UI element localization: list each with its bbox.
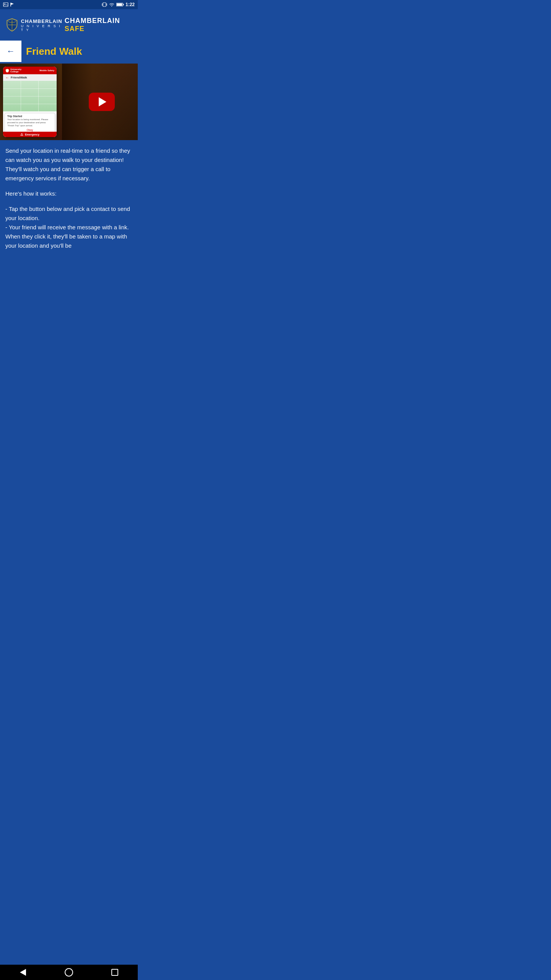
page-title: Friend Walk bbox=[26, 46, 82, 57]
status-bar-right: 1:22 bbox=[102, 2, 135, 7]
back-arrow-icon: ← bbox=[7, 46, 15, 56]
chamberlain-safe-text: CHAMBERLAIN SAFE bbox=[65, 17, 132, 33]
flag-icon bbox=[10, 2, 15, 7]
chamberlain-safe-logo: CHAMBERLAIN SAFE bbox=[65, 17, 132, 33]
safe-highlight: SAFE bbox=[65, 25, 85, 33]
page-header: ← Friend Walk bbox=[0, 39, 138, 64]
phone-mobile-safety: Mobile Safety bbox=[39, 69, 54, 72]
svg-rect-4 bbox=[103, 3, 106, 7]
university-name: CHAMBERLAIN bbox=[21, 18, 65, 24]
phone-emergency: ! Emergency bbox=[3, 132, 57, 137]
map-line bbox=[3, 96, 57, 96]
description-heres: Here's how it works: bbox=[5, 189, 132, 198]
trip-dialog: Trip Started Your location is being moni… bbox=[5, 113, 55, 133]
map-grid bbox=[3, 81, 57, 111]
description-section: Send your location in real-time to a fri… bbox=[0, 140, 138, 263]
svg-text:!: ! bbox=[21, 134, 22, 136]
play-button[interactable] bbox=[89, 93, 115, 111]
phone-emergency-text: Emergency bbox=[25, 133, 39, 136]
back-button[interactable]: ← bbox=[0, 41, 21, 62]
status-bar: 1:22 bbox=[0, 0, 138, 9]
time-display: 1:22 bbox=[126, 2, 135, 7]
map-line bbox=[21, 81, 21, 111]
wifi-icon bbox=[109, 2, 115, 7]
vibrate-icon bbox=[102, 2, 107, 7]
university-logo: CHAMBERLAIN U N I V E R S I T Y bbox=[6, 18, 65, 32]
svg-rect-0 bbox=[3, 3, 8, 7]
university-subtitle: U N I V E R S I T Y bbox=[21, 24, 65, 32]
shield-logo bbox=[6, 18, 18, 32]
trip-dialog-ok-button[interactable]: Okay bbox=[7, 129, 52, 131]
phone-app-header: UniversityCollege Mobile Safety bbox=[3, 67, 57, 74]
map-line bbox=[38, 81, 39, 111]
phone-nav-title: FriendWalk bbox=[11, 76, 27, 79]
video-thumbnail[interactable]: UniversityCollege Mobile Safety ← Friend… bbox=[0, 64, 138, 140]
image-icon bbox=[3, 2, 8, 7]
phone-map bbox=[3, 81, 57, 111]
phone-mockup: UniversityCollege Mobile Safety ← Friend… bbox=[3, 67, 57, 137]
map-line bbox=[3, 88, 57, 89]
status-bar-left bbox=[3, 2, 15, 7]
svg-rect-8 bbox=[117, 3, 122, 6]
university-mini-logo bbox=[5, 69, 9, 72]
phone-nav: ← FriendWalk bbox=[3, 74, 57, 81]
app-header: CHAMBERLAIN U N I V E R S I T Y CHAMBERL… bbox=[0, 9, 138, 39]
phone-university-text: UniversityCollege bbox=[10, 68, 21, 73]
trip-dialog-title: Trip Started bbox=[7, 115, 52, 118]
play-triangle-icon bbox=[99, 97, 106, 106]
description-para1: Send your location in real-time to a fri… bbox=[5, 146, 132, 183]
map-line bbox=[3, 104, 57, 104]
svg-marker-3 bbox=[11, 3, 14, 5]
university-text-block: CHAMBERLAIN U N I V E R S I T Y bbox=[21, 18, 65, 32]
battery-icon bbox=[116, 2, 124, 7]
svg-rect-9 bbox=[123, 4, 124, 5]
warning-icon: ! bbox=[20, 133, 23, 136]
description-steps: - Tap the button below and pick a contac… bbox=[5, 204, 132, 250]
phone-nav-back: ← bbox=[5, 75, 9, 80]
trip-dialog-text: Your location is being monitored. Please… bbox=[7, 118, 52, 127]
